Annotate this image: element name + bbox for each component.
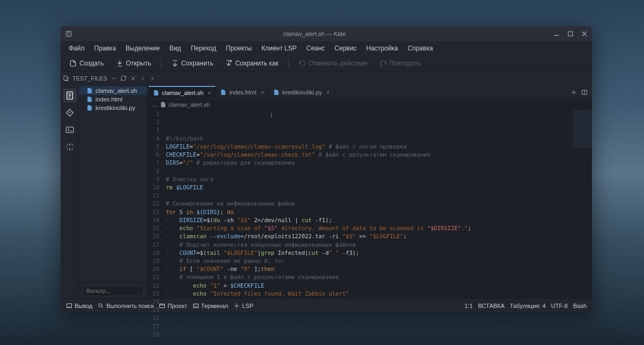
redo-icon: [379, 60, 387, 67]
save-button[interactable]: Сохранить: [167, 58, 218, 69]
refresh-icon[interactable]: [120, 75, 127, 82]
minimap[interactable]: [573, 110, 592, 298]
file-icon: [160, 101, 166, 108]
tab-index[interactable]: index.html ×: [216, 86, 269, 99]
close-button[interactable]: [581, 31, 588, 37]
menu-lsp[interactable]: Клиент LSP: [258, 43, 301, 54]
split-icon[interactable]: [581, 89, 588, 96]
tab-krestiki[interactable]: krestikinoliki.py ×: [269, 86, 334, 99]
open-button[interactable]: Открыть: [112, 58, 156, 69]
separator: [288, 58, 289, 68]
tab-setting[interactable]: Табуляция: 4: [510, 303, 546, 309]
sidebar-tabs-header: TEST_FILES: [61, 71, 592, 85]
redo-button[interactable]: Повторить: [375, 58, 426, 69]
menu-projects[interactable]: Проекты: [222, 43, 255, 54]
save-label: Сохранить: [181, 60, 214, 67]
close-icon[interactable]: ×: [326, 89, 330, 96]
tree-item-clamav[interactable]: clamav_alert.sh: [79, 86, 147, 95]
arrow-right-icon[interactable]: [149, 75, 156, 82]
menu-selection[interactable]: Выделение: [122, 43, 164, 54]
new-label: Создать: [79, 60, 104, 67]
menu-settings[interactable]: Настройка: [362, 43, 401, 54]
undo-button[interactable]: Отменить действие: [294, 58, 372, 69]
menu-edit[interactable]: Правка: [91, 43, 120, 54]
svg-rect-1: [568, 32, 573, 36]
activity-bar: [61, 85, 79, 298]
crumb-filename[interactable]: clamav_alert.sh: [169, 101, 210, 108]
open-icon: [116, 60, 123, 67]
menubar: Файл Правка Выделение Вид Переход Проект…: [61, 41, 592, 55]
file-icon: [273, 89, 280, 96]
file-icon: [153, 90, 159, 96]
tree-item-index[interactable]: index.html: [79, 95, 147, 104]
activity-documents[interactable]: [63, 89, 77, 102]
app-icon: [65, 30, 72, 38]
menu-help[interactable]: Справка: [404, 43, 437, 54]
activity-git[interactable]: [63, 106, 77, 120]
save-as-button[interactable]: Сохранить как: [221, 58, 282, 69]
footer-project[interactable]: Проект: [159, 303, 187, 309]
activity-terminal[interactable]: [63, 123, 77, 137]
footer-output[interactable]: Вывод: [66, 303, 92, 309]
code-content[interactable]: #!/bin/bash LOGFILE="/var/log/clamav/cla…: [163, 110, 573, 298]
project-icon: [159, 303, 165, 309]
menu-go[interactable]: Переход: [187, 43, 220, 54]
undo-label: Отменить действие: [309, 60, 368, 67]
menu-session[interactable]: Сеанс: [303, 43, 329, 54]
new-button[interactable]: Создать: [65, 58, 108, 69]
menu-view[interactable]: Вид: [166, 43, 185, 54]
toolbar: Создать Открыть Сохранить Сохранить как …: [61, 55, 592, 71]
file-icon: [220, 89, 226, 96]
file-name: krestikinoliki.py: [96, 105, 135, 111]
titlebar: clamav_alert.sh — Kate: [61, 26, 592, 41]
plus-icon[interactable]: [570, 89, 577, 96]
line-gutter: 1 2 3 4 5 6 7 8 9 10 11 12 13 14 15 16 1…: [148, 110, 163, 298]
lsp-icon: [233, 303, 240, 309]
language-mode[interactable]: Bash: [573, 303, 587, 309]
tree-item-krestiki[interactable]: krestikinoliki.py: [79, 104, 147, 112]
close-x-icon[interactable]: [130, 75, 136, 82]
menu-file[interactable]: Файл: [65, 43, 89, 54]
doc-list-icon[interactable]: [63, 75, 69, 82]
chevron-down-icon[interactable]: [111, 75, 117, 82]
tab-clamav[interactable]: clamav_alert.sh ×: [149, 86, 216, 99]
crumb-dots[interactable]: …: [152, 101, 158, 108]
tab-label: krestikinoliki.py: [282, 89, 322, 96]
close-icon[interactable]: ×: [208, 90, 211, 96]
encoding[interactable]: UTF-8: [551, 303, 568, 309]
save-as-icon: [225, 60, 232, 67]
project-name[interactable]: TEST_FILES: [72, 75, 107, 82]
footer-search[interactable]: Выполнить поиск: [98, 303, 153, 309]
svg-point-8: [99, 304, 102, 307]
window-title: clamav_alert.sh — Kate: [76, 31, 553, 37]
save-icon: [171, 60, 179, 67]
close-icon[interactable]: ×: [261, 89, 264, 96]
cursor-position[interactable]: 1:1: [464, 303, 472, 309]
undo-icon: [298, 60, 306, 67]
svg-rect-10: [193, 304, 198, 307]
menu-tools[interactable]: Сервис: [331, 43, 360, 54]
arrow-left-icon[interactable]: [140, 75, 146, 82]
open-label: Открыть: [126, 60, 151, 67]
statusbar: Вывод Выполнить поиск Проект Терминал LS…: [61, 298, 592, 312]
insert-mode[interactable]: ВСТАВКА: [478, 303, 504, 309]
search-icon: [98, 303, 104, 309]
file-icon: [86, 87, 93, 94]
tabbar: clamav_alert.sh × index.html × krestikin…: [148, 85, 592, 99]
file-name: index.html: [96, 96, 122, 102]
text-cursor-icon: [269, 112, 274, 119]
footer-terminal[interactable]: Терминал: [193, 303, 229, 309]
minimize-button[interactable]: [553, 31, 560, 37]
file-tree: clamav_alert.sh index.html krestikinolik…: [79, 85, 147, 283]
svg-point-11: [236, 305, 238, 306]
svg-point-2: [230, 60, 231, 61]
maximize-button[interactable]: [567, 31, 574, 37]
editor-body[interactable]: 1 2 3 4 5 6 7 8 9 10 11 12 13 14 15 16 1…: [148, 110, 592, 298]
svg-rect-9: [160, 304, 165, 307]
tab-label: clamav_alert.sh: [162, 90, 203, 96]
footer-lsp[interactable]: LSP: [233, 303, 253, 309]
file-icon: [86, 105, 93, 111]
output-icon: [66, 303, 72, 309]
filter-input[interactable]: [82, 285, 144, 296]
activity-lsp[interactable]: [63, 140, 77, 154]
